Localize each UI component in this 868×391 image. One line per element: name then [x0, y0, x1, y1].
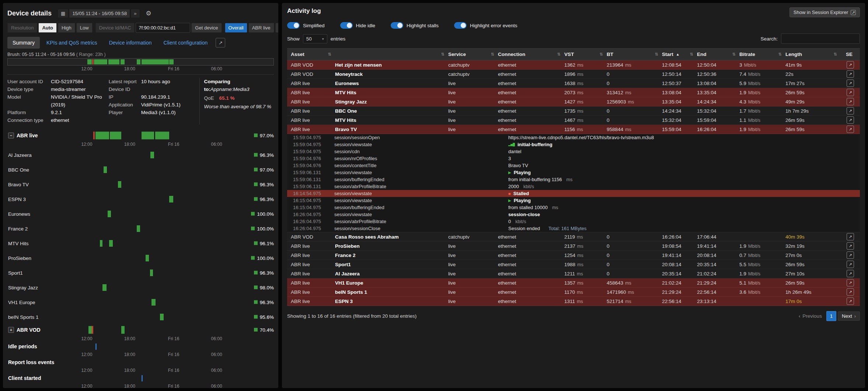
open-in-session-explorer-button[interactable]: ↗ — [847, 270, 854, 277]
connection-cell: ethernet — [498, 243, 564, 249]
column-header-end[interactable]: End⇅ — [697, 52, 739, 57]
open-in-session-explorer-button[interactable]: ↗ — [847, 98, 854, 105]
tab-client-configuration[interactable]: Client configuration — [158, 37, 213, 49]
time-axis: 12:0018:00Fri 1606:00 — [7, 142, 274, 148]
device-id-input[interactable] — [136, 23, 190, 33]
expand-panel-icon[interactable]: ↗ — [216, 38, 225, 47]
filter-abr-vod-button[interactable]: ABR VOD — [275, 23, 278, 33]
column-header-service[interactable]: Service⇅ — [448, 52, 498, 57]
sort-icon[interactable]: ⇅ — [557, 52, 562, 57]
open-in-session-explorer-button[interactable]: ↗ — [847, 233, 854, 240]
table-row[interactable]: ABR liveSport1liveethernet1988ms020:08:1… — [287, 260, 860, 269]
table-row[interactable]: ABR liveBravo TVliveethernet1156ms958844… — [287, 125, 860, 134]
open-in-session-explorer-button[interactable]: ↗ — [847, 288, 854, 296]
settings-gear-icon[interactable]: ⚙ — [146, 10, 151, 17]
entries-count-select[interactable]: 50 ▾ — [303, 34, 327, 43]
toggle-switch[interactable] — [340, 22, 353, 29]
search-input[interactable] — [781, 34, 860, 44]
sort-icon[interactable]: ⇅ — [690, 52, 695, 57]
open-in-session-explorer-button[interactable]: ↗ — [847, 297, 854, 305]
table-row[interactable]: ABR livebeIN Sports 1liveethernet1170ms1… — [287, 288, 860, 297]
toggle-switch[interactable] — [454, 22, 467, 29]
filter-abr-live-button[interactable]: ABR live — [248, 23, 274, 33]
tab-summary[interactable]: Summary — [7, 37, 40, 49]
log-event: session/cdn — [334, 149, 508, 154]
column-header-vst[interactable]: VST⇅ — [564, 52, 607, 57]
bt-cell: 0 — [607, 234, 662, 240]
column-header-start[interactable]: Start▲⇅ — [662, 52, 697, 57]
table-row[interactable]: ABR liveESPN 3liveethernet1311ms521714ms… — [287, 297, 860, 306]
sort-icon[interactable]: ⇅ — [732, 52, 737, 57]
tab-device-information[interactable]: Device information — [104, 37, 157, 49]
sort-icon[interactable]: ⇅ — [834, 52, 839, 57]
chart-row-report-loss-events[interactable]: Report loss events — [7, 358, 274, 367]
toggle-hide-idle[interactable]: Hide idle — [340, 22, 376, 29]
open-in-session-explorer-button[interactable]: ↗ — [847, 70, 854, 78]
open-in-session-explorer-button[interactable]: ↗ — [847, 279, 854, 286]
calendar-icon[interactable]: ▦ — [57, 9, 69, 18]
toggle-simplified[interactable]: Simplified — [287, 22, 325, 29]
column-header-asset-name[interactable]: ⇅ — [335, 52, 448, 57]
resolution-high-button[interactable]: High — [58, 23, 75, 33]
toggle-highlight-error-events[interactable]: Highlight error events — [454, 22, 517, 29]
table-row[interactable]: ABR liveFrance 2liveethernet1254ms019:41… — [287, 251, 860, 260]
skip-to-latest-icon[interactable]: » — [130, 9, 140, 18]
table-row[interactable]: ABR VODCasa Rosso sees Abrahamcatchuptve… — [287, 232, 860, 242]
get-device-button[interactable]: Get device — [191, 23, 222, 33]
open-in-session-explorer-button[interactable]: ↗ — [847, 89, 854, 96]
open-in-session-explorer-button[interactable]: ↗ — [847, 116, 854, 124]
sort-icon[interactable]: ⇅ — [600, 52, 604, 57]
chart-row-idle-periods[interactable]: Idle periods — [7, 342, 274, 351]
table-row[interactable]: ABR liveEuronewsliveethernet1638ms012:50… — [287, 79, 860, 88]
toggle-switch[interactable] — [287, 22, 300, 29]
open-in-session-explorer-button[interactable]: ↗ — [847, 107, 854, 115]
open-in-session-explorer-button[interactable]: ↗ — [847, 261, 854, 268]
sort-icon[interactable]: ⇅ — [441, 52, 446, 57]
filter-overall-button[interactable]: Overall — [225, 23, 247, 33]
open-in-session-explorer-button[interactable]: ↗ — [847, 80, 854, 87]
table-row[interactable]: ABR liveStingray Jazzliveethernet1427ms1… — [287, 97, 860, 106]
table-row[interactable]: ABR liveMTV Hitsliveethernet1467ms015:32… — [287, 116, 860, 125]
tab-kpis-and-qos-metrics[interactable]: KPIs and QoS metrics — [41, 37, 102, 49]
brush-timeline[interactable] — [7, 58, 274, 66]
info-value: Media3 (v1.1.0) — [141, 109, 199, 117]
expand-icon[interactable]: + — [8, 327, 14, 333]
bt-value: 458643 — [607, 280, 623, 286]
chart-row-abr-live[interactable]: −ABR live97.0% — [7, 130, 274, 141]
column-header-length[interactable]: Length⇅ — [785, 52, 841, 57]
sort-icon[interactable]: ⇅ — [328, 52, 333, 57]
open-in-session-explorer-button[interactable]: ↗ — [847, 242, 854, 250]
show-in-session-explorer-button[interactable]: Show in Session Explorer ↗ — [789, 7, 860, 17]
column-header-connection[interactable]: Connection⇅ — [498, 52, 564, 57]
column-header-se[interactable]: SE — [841, 52, 860, 57]
previous-page-button[interactable]: ‹Previous — [796, 312, 825, 320]
column-header-bitrate[interactable]: Bitrate⇅ — [739, 52, 785, 57]
table-row[interactable]: ABR VODHet zijn net mensencatchuptvether… — [287, 60, 860, 70]
chart-row-client-started[interactable]: Client started — [7, 374, 274, 383]
chart-row-abr-vod[interactable]: +ABR VOD70.4% — [7, 324, 274, 335]
resolution-low-button[interactable]: Low — [76, 23, 93, 33]
toggle-highlight-stalls[interactable]: Highlight stalls — [391, 22, 439, 29]
table-row[interactable]: ABR liveMTV Hitsliveethernet2073ms313412… — [287, 88, 860, 97]
sort-icon[interactable]: ⇅ — [491, 52, 496, 57]
open-in-session-explorer-button[interactable]: ↗ — [847, 251, 854, 259]
table-row[interactable]: ABR liveBBC Oneliveethernet1735ms014:24:… — [287, 106, 860, 116]
column-header-asset[interactable]: Asset⇅ — [287, 52, 335, 57]
next-page-button[interactable]: Next› — [838, 311, 860, 321]
date-range-value[interactable]: 15/05 11:24 - 16/05 09:58 — [69, 9, 130, 18]
page-1-button[interactable]: 1 — [826, 311, 836, 321]
sort-icon[interactable]: ⇅ — [778, 52, 783, 57]
resolution-auto-button[interactable]: Auto — [38, 23, 57, 33]
column-header-bt[interactable]: BT⇅ — [607, 52, 662, 57]
table-row[interactable]: ABR VODMoneytrackcatchuptvethernet1896ms… — [287, 70, 860, 79]
open-in-session-explorer-button[interactable]: ↗ — [847, 126, 854, 133]
collapse-icon[interactable]: − — [8, 133, 14, 138]
sort-icon[interactable]: ⇅ — [655, 52, 660, 57]
toggle-switch[interactable] — [391, 22, 403, 29]
table-row[interactable]: ABR liveAl Jazeeraliveethernet1211ms020:… — [287, 269, 860, 278]
chart-row-value-wrap: 100.0% — [251, 255, 274, 261]
table-row[interactable]: ABR liveProSiebenliveethernet2137ms019:0… — [287, 242, 860, 251]
open-in-session-explorer-button[interactable]: ↗ — [847, 61, 854, 68]
table-row[interactable]: ABR liveVH1 Europeliveethernet1357ms4586… — [287, 278, 860, 288]
date-range-picker[interactable]: ▦ 15/05 11:24 - 16/05 09:58 » — [57, 9, 140, 18]
